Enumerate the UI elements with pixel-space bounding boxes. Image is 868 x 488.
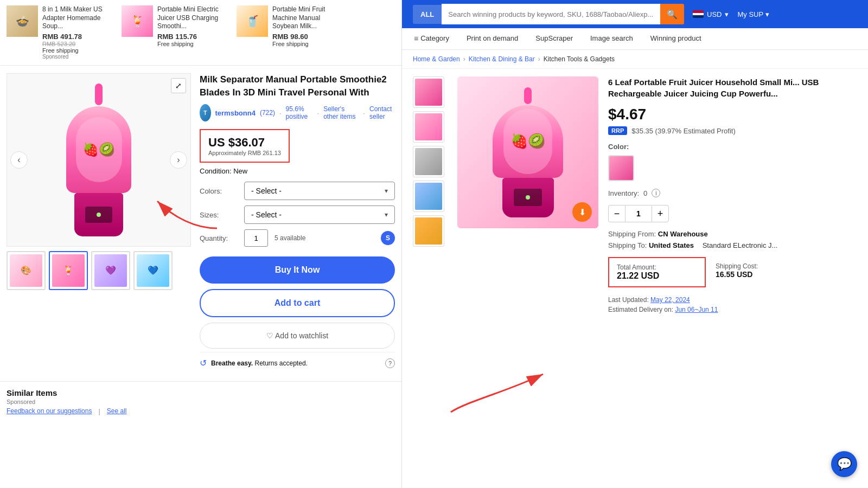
sup-price: $4.67 <box>608 106 857 123</box>
sup-thumb-2[interactable] <box>413 111 444 143</box>
nav-winning-product[interactable]: Winning product <box>649 28 703 49</box>
sponsored-item-3[interactable]: 🥤 Portable Mini Fruit Machine Manual Soy… <box>237 5 345 60</box>
search-input[interactable] <box>442 4 660 24</box>
sup-thumb-5[interactable] <box>413 215 444 247</box>
add-to-watchlist-button[interactable]: ♡ Add to watchlist <box>200 323 395 349</box>
quantity-row: Quantity: 5 available S <box>200 229 395 247</box>
buy-now-button[interactable]: Buy It Now <box>200 256 395 284</box>
nav-winning-label: Winning product <box>650 34 701 42</box>
thumbnail-3[interactable]: 💜 <box>91 251 130 290</box>
chat-button[interactable]: 💬 <box>831 451 857 477</box>
quantity-plus-button[interactable]: + <box>652 205 669 222</box>
sup-content: 🍓🥝 ⬇ 6 Leaf Portable Fruit Juicer Househ… <box>402 69 868 488</box>
sup-blender-illustration: 🍓🥝 <box>484 87 571 217</box>
sup-thumb-1[interactable] <box>413 76 444 108</box>
returns-row: ↺ Breathe easy. Returns accepted. ? <box>200 352 395 374</box>
sponsored-price-2: RMB 115.76 <box>157 33 230 41</box>
nav-supscraper[interactable]: SupScraper <box>534 28 574 49</box>
seller-feedback-link[interactable]: 95.6% positive <box>286 105 313 120</box>
quantity-icon: S <box>381 231 395 245</box>
sponsored-item-1[interactable]: 🍲 8 in 1 Milk Maker US Adapter Homemade … <box>7 5 115 60</box>
nav-category[interactable]: ≡ Category <box>413 28 450 49</box>
sponsored-item-2[interactable]: 🍹 Portable Mini Electric Juicer USB Char… <box>122 5 230 60</box>
sup-thumb-img-1 <box>415 79 442 106</box>
sizes-label: Sizes: <box>200 211 238 219</box>
inventory-label: Inventory: <box>608 189 639 197</box>
shipping-to-label: Shipping To: <box>608 241 647 249</box>
all-button[interactable]: ALL <box>413 5 442 24</box>
total-amount-box: Total Amount: 21.22 USD <box>608 257 706 287</box>
breadcrumb-home-garden[interactable]: Home & Garden <box>413 55 460 63</box>
sup-thumb-4[interactable] <box>413 181 444 212</box>
total-amount-label: Total Amount: <box>617 264 697 271</box>
seller-avatar: T <box>200 104 211 121</box>
last-updated-date[interactable]: May 22, 2024 <box>650 296 690 304</box>
sup-thumb-img-3 <box>415 148 442 175</box>
condition-row: Condition: New <box>200 167 395 175</box>
sponsored-title-2: Portable Mini Electric Juicer USB Chargi… <box>157 5 230 31</box>
returns-text: Breathe easy. Returns accepted. <box>211 359 308 367</box>
color-swatch[interactable] <box>608 155 634 181</box>
shipping-cost-label: Shipping Cost: <box>716 262 758 270</box>
product-details: Milk Separator Manual Portable Smoothie2… <box>200 73 395 374</box>
delivery-dates[interactable]: Jun 06~Jun 11 <box>675 306 718 313</box>
sponsored-bar: 🍲 8 in 1 Milk Maker US Adapter Homemade … <box>0 0 401 66</box>
quantity-minus-button[interactable]: − <box>608 205 626 222</box>
prev-image-button[interactable]: ‹ <box>10 151 28 169</box>
product-area: 🍓🥝 ‹ › ⤢ 🎨 <box>0 66 401 382</box>
sup-thumb-3[interactable] <box>413 146 444 177</box>
search-button[interactable]: 🔍 <box>660 4 684 24</box>
price-box: US $36.07 Approximately RMB 261.13 <box>200 129 290 163</box>
quantity-label: Quantity: <box>200 234 238 242</box>
mysup-button[interactable]: My SUP ▾ <box>737 10 769 18</box>
search-container: ALL 🔍 <box>413 4 684 24</box>
shipping-to-value: United States <box>649 241 694 249</box>
sponsored-price-1: RMB 491.78 <box>42 33 115 41</box>
contact-seller-link[interactable]: Contact seller <box>369 105 395 120</box>
breadcrumb-kitchen-dining[interactable]: Kitchen & Dining & Bar <box>469 55 535 63</box>
rrp-value: $35.35 (39.97% Estimated Profit) <box>631 127 736 135</box>
delivery-label: Estimated Delivery on: <box>608 306 673 313</box>
sponsored-title-1: 8 in 1 Milk Maker US Adapter Homemade So… <box>42 5 115 31</box>
returns-help-icon[interactable]: ? <box>385 358 395 368</box>
expand-image-button[interactable]: ⤢ <box>171 78 186 93</box>
returns-bold: Breathe easy. <box>211 359 253 367</box>
seller-name[interactable]: termsbonn4 <box>215 109 256 117</box>
nav-category-label: Category <box>420 34 449 42</box>
currency-selector[interactable]: USD ▾ <box>693 10 729 18</box>
thumbnail-4[interactable]: 💙 <box>133 251 173 290</box>
category-icon: ≡ <box>414 34 418 43</box>
colors-row: Colors: - Select - ▾ <box>200 182 395 200</box>
see-all-link[interactable]: See all <box>107 407 127 415</box>
sizes-select-value: - Select - <box>251 210 282 219</box>
sup-main-image: 🍓🥝 ⬇ <box>457 76 598 228</box>
search-icon: 🔍 <box>667 9 678 20</box>
next-image-button[interactable]: › <box>170 151 187 169</box>
returns-detail: Returns accepted. <box>255 359 308 367</box>
rrp-badge: RRP <box>608 126 627 135</box>
sponsored-ship-1: Free shipping <box>42 47 115 54</box>
sup-product-info: 6 Leaf Portable Fruit Juicer Household S… <box>608 76 857 480</box>
quantity-input[interactable] <box>244 229 268 247</box>
thumbnail-2[interactable]: 🍹 <box>49 251 88 290</box>
sponsored-ship-3: Free shipping <box>272 41 345 47</box>
breadcrumb: Home & Garden › Kitchen & Dining & Bar ›… <box>402 50 868 69</box>
sponsored-orig-1: RMB 523.20 <box>42 41 115 47</box>
main-product-image: 🍓🥝 ‹ › ⤢ <box>7 73 191 247</box>
add-to-cart-button[interactable]: Add to cart <box>200 289 395 317</box>
shipping-from: Shipping From: CN Warehouse <box>608 230 857 238</box>
inventory-info-icon[interactable]: i <box>652 189 660 197</box>
feedback-link[interactable]: Feedback on our suggestions <box>7 407 92 415</box>
download-button[interactable]: ⬇ <box>572 202 592 222</box>
seller-items-link[interactable]: Seller's other items <box>323 105 359 120</box>
nav-image-search[interactable]: Image search <box>589 28 634 49</box>
mysup-label: My SUP <box>737 10 763 18</box>
nav-print-on-demand[interactable]: Print on demand <box>465 28 519 49</box>
breadcrumb-kitchen-tools: Kitchen Tools & Gadgets <box>544 55 615 63</box>
condition-value: New <box>233 167 247 175</box>
thumbnail-1[interactable]: 🎨 <box>7 251 46 290</box>
similar-items-title: Similar Items <box>7 388 57 397</box>
colors-select[interactable]: - Select - ▾ <box>244 182 395 200</box>
product-images-section: 🍓🥝 ‹ › ⤢ 🎨 <box>7 73 191 374</box>
sizes-select[interactable]: - Select - ▾ <box>244 206 395 224</box>
